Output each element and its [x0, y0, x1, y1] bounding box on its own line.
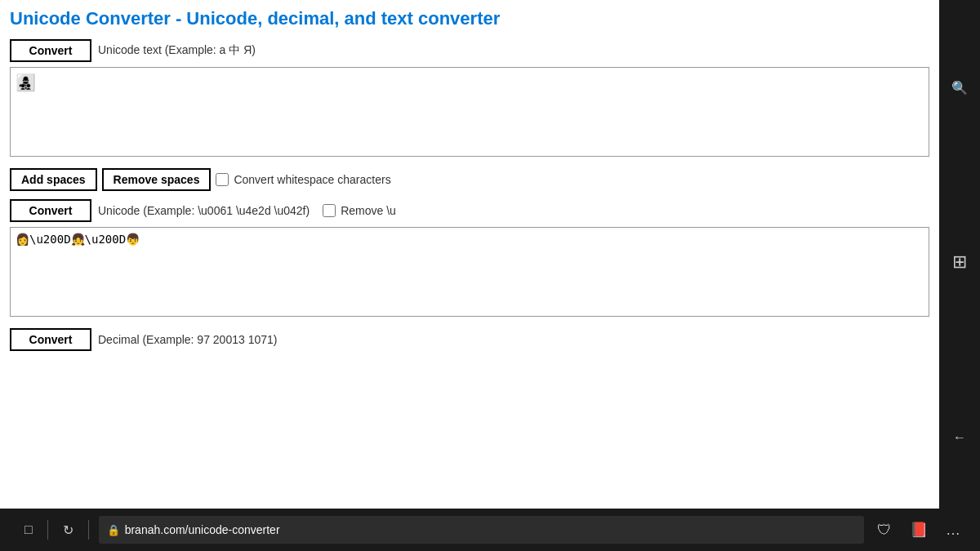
taskbar-right-buttons: 🛡 📕 …: [871, 518, 967, 542]
refresh-icon: ↻: [63, 522, 74, 538]
right-sidebar: 🔍 ⊞ ←: [939, 0, 980, 509]
url-bar[interactable]: 🔒 branah.com/unicode-converter: [99, 516, 864, 544]
convert-button-2[interactable]: Convert: [10, 199, 91, 222]
remove-u-checkbox[interactable]: [323, 204, 336, 217]
search-icon: 🔍: [951, 80, 968, 96]
convert-button-1[interactable]: Convert: [10, 39, 91, 62]
book-icon: 📕: [910, 522, 928, 538]
shield-button[interactable]: 🛡: [871, 518, 898, 542]
remove-u-label: Remove \u: [341, 204, 396, 217]
page-title: Unicode Converter - Unicode, decimal, an…: [10, 8, 929, 29]
add-spaces-button[interactable]: Add spaces: [10, 168, 97, 191]
convert-button-3[interactable]: Convert: [10, 328, 91, 351]
unicode-code-input[interactable]: 👩\u200D👧\u200D👦: [10, 227, 929, 317]
unicode-text-input[interactable]: 👩‍👧‍👦: [10, 67, 929, 157]
remove-spaces-button[interactable]: Remove spaces: [102, 168, 212, 191]
tab-view-button[interactable]: □: [13, 509, 44, 551]
browser-taskbar: □ ↻ 🔒 branah.com/unicode-converter 🛡 📕 …: [0, 509, 980, 551]
back-button[interactable]: ←: [942, 367, 978, 509]
unicode-code-label: Unicode (Example: \u0061 \u4e2d \u042f): [98, 204, 310, 217]
more-icon: …: [946, 522, 960, 538]
divider-1: [47, 520, 48, 540]
divider-2: [88, 520, 89, 540]
convert-whitespace-checkbox[interactable]: [216, 173, 229, 186]
more-button[interactable]: …: [939, 518, 967, 542]
windows-icon: ⊞: [952, 251, 967, 273]
convert-whitespace-label: Convert whitespace characters: [234, 173, 390, 186]
search-button[interactable]: 🔍: [940, 16, 979, 158]
unicode-text-label: Unicode text (Example: a 中 Я): [98, 43, 256, 58]
url-text: branah.com/unicode-converter: [125, 523, 280, 536]
shield-icon: 🛡: [877, 522, 892, 538]
windows-button[interactable]: ⊞: [941, 191, 978, 333]
decimal-label: Decimal (Example: 97 20013 1071): [98, 333, 277, 346]
refresh-button[interactable]: ↻: [51, 509, 85, 551]
reading-view-button[interactable]: 📕: [903, 518, 934, 542]
lock-icon: 🔒: [107, 524, 120, 536]
back-icon: ←: [953, 430, 966, 445]
tab-icon: □: [24, 522, 33, 537]
